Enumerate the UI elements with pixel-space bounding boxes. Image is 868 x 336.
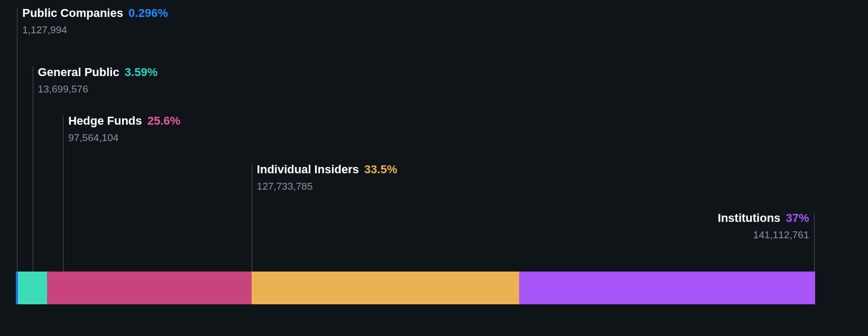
leader-line xyxy=(63,115,63,272)
category-pct: 0.296% xyxy=(128,6,168,20)
category-name: Hedge Funds xyxy=(68,114,142,127)
category-pct: 3.59% xyxy=(125,66,158,79)
category-pct: 33.5% xyxy=(364,163,397,176)
leader-line xyxy=(252,164,252,272)
leader-line xyxy=(17,7,17,272)
ownership-label-public-companies: Public Companies 0.296% 1,127,994 xyxy=(22,5,168,36)
category-name: General Public xyxy=(38,66,119,79)
leader-line xyxy=(33,67,33,272)
ownership-label-hedge-funds: Hedge Funds 25.6% 97,564,104 xyxy=(68,113,180,144)
category-value: 1,127,994 xyxy=(22,24,168,36)
category-value: 141,112,761 xyxy=(718,229,809,241)
category-value: 97,564,104 xyxy=(68,132,180,144)
leader-line xyxy=(814,212,815,272)
bar-segment-institutions xyxy=(519,272,815,304)
bar-segment-general-public xyxy=(18,272,47,304)
ownership-label-institutions: Institutions 37% 141,112,761 xyxy=(718,210,809,241)
category-value: 127,733,785 xyxy=(257,181,398,192)
category-name: Individual Insiders xyxy=(257,163,359,176)
bar-segment-hedge-funds xyxy=(47,272,252,304)
ownership-bar xyxy=(16,272,815,304)
ownership-chart: Public Companies 0.296% 1,127,994 Genera… xyxy=(16,0,815,336)
category-pct: 25.6% xyxy=(147,114,180,127)
category-value: 13,699,576 xyxy=(38,83,158,95)
ownership-label-individual-insiders: Individual Insiders 33.5% 127,733,785 xyxy=(257,162,398,192)
category-name: Institutions xyxy=(718,211,781,225)
category-pct: 37% xyxy=(786,211,809,225)
bar-segment-individual-insiders xyxy=(252,272,520,304)
ownership-label-general-public: General Public 3.59% 13,699,576 xyxy=(38,64,158,95)
category-name: Public Companies xyxy=(22,6,123,20)
